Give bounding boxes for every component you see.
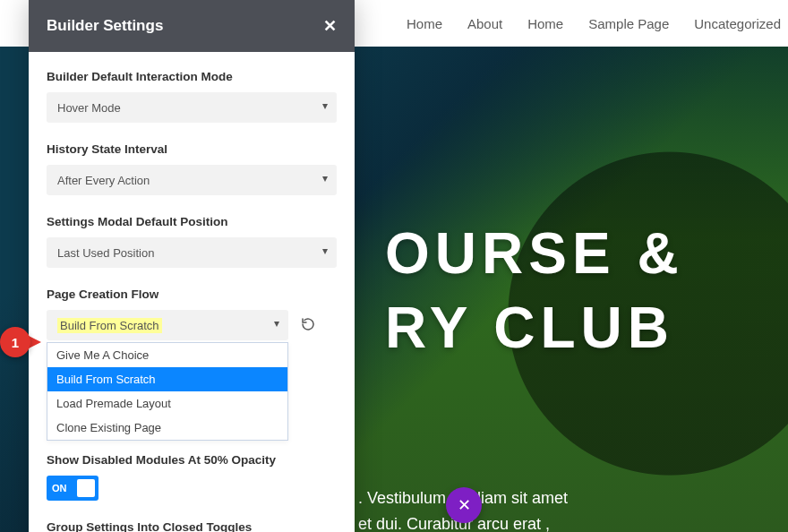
- close-icon[interactable]: ✕: [323, 16, 337, 36]
- toggle-state: ON: [52, 483, 67, 493]
- annotation-circle: 1: [0, 327, 30, 357]
- modal-body: Builder Default Interaction Mode Hover M…: [29, 52, 355, 532]
- option-clone-existing-page[interactable]: Clone Existing Page: [47, 416, 287, 440]
- setting-page-creation: Page Creation Flow Build From Scratch Gi…: [47, 287, 337, 446]
- hero-body: . Vestibulum ac diam sit amet et dui. Cu…: [358, 485, 761, 532]
- setting-history-interval: History State Interval After Every Actio…: [47, 142, 337, 195]
- nav-item-uncategorized[interactable]: Uncategorized: [694, 16, 781, 31]
- nav-item-sample-page[interactable]: Sample Page: [588, 16, 669, 31]
- modal-title: Builder Settings: [47, 17, 163, 35]
- setting-label: Settings Modal Default Position: [47, 215, 337, 228]
- option-build-from-scratch[interactable]: Build From Scratch: [47, 367, 287, 391]
- annotation-marker-1: 1: [0, 327, 41, 357]
- modal-header[interactable]: Builder Settings ✕: [29, 0, 355, 52]
- disabled-opacity-toggle[interactable]: ON: [47, 476, 98, 501]
- history-interval-select[interactable]: After Every Action: [47, 165, 337, 195]
- setting-modal-position: Settings Modal Default Position Last Use…: [47, 215, 337, 268]
- hero-title-line1: OURSE &: [385, 217, 684, 291]
- select-value: Hover Mode: [57, 101, 121, 115]
- setting-disabled-opacity: Show Disabled Modules At 50% Opacity ON: [47, 453, 337, 501]
- hero-title-line2: RY CLUB: [385, 291, 684, 365]
- setting-label: Builder Default Interaction Mode: [47, 70, 337, 83]
- revert-icon[interactable]: [301, 317, 315, 334]
- select-value: After Every Action: [57, 174, 150, 187]
- setting-group-toggles: Group Settings Into Closed Toggles: [47, 520, 337, 532]
- page-creation-dropdown: Build From Scratch Give Me A Choice Buil…: [47, 310, 337, 340]
- nav-item-about[interactable]: About: [467, 16, 502, 31]
- setting-label: Group Settings Into Closed Toggles: [47, 520, 337, 532]
- setting-interaction-mode: Builder Default Interaction Mode Hover M…: [47, 70, 337, 123]
- hero-body-line1: . Vestibulum ac diam sit amet: [358, 485, 761, 511]
- setting-label: Page Creation Flow: [47, 287, 337, 301]
- select-value: Build From Scratch: [57, 318, 162, 333]
- page-creation-select[interactable]: Build From Scratch: [47, 310, 288, 340]
- modal-position-select[interactable]: Last Used Position: [47, 237, 337, 268]
- close-icon: ✕: [458, 495, 471, 515]
- annotation-number: 1: [12, 335, 19, 350]
- hero-body-line2: et dui. Curabitur arcu erat ,: [358, 511, 761, 532]
- interaction-mode-select[interactable]: Hover Mode: [47, 92, 337, 123]
- setting-label: History State Interval: [47, 142, 337, 156]
- select-value: Last Used Position: [57, 246, 154, 260]
- option-load-premade-layout[interactable]: Load Premade Layout: [47, 391, 287, 416]
- page-creation-options: Give Me A Choice Build From Scratch Load…: [47, 342, 288, 441]
- option-give-me-a-choice[interactable]: Give Me A Choice: [47, 343, 287, 367]
- close-builder-fab[interactable]: ✕: [446, 487, 482, 523]
- annotation-pointer: [29, 336, 41, 348]
- nav-item-home-2[interactable]: Home: [527, 16, 563, 31]
- nav-item-home-1[interactable]: Home: [407, 16, 442, 31]
- builder-settings-modal: Builder Settings ✕ Builder Default Inter…: [29, 0, 355, 532]
- hero-title: OURSE & RY CLUB: [385, 217, 684, 365]
- toggle-knob: [77, 479, 95, 497]
- setting-label: Show Disabled Modules At 50% Opacity: [47, 453, 337, 467]
